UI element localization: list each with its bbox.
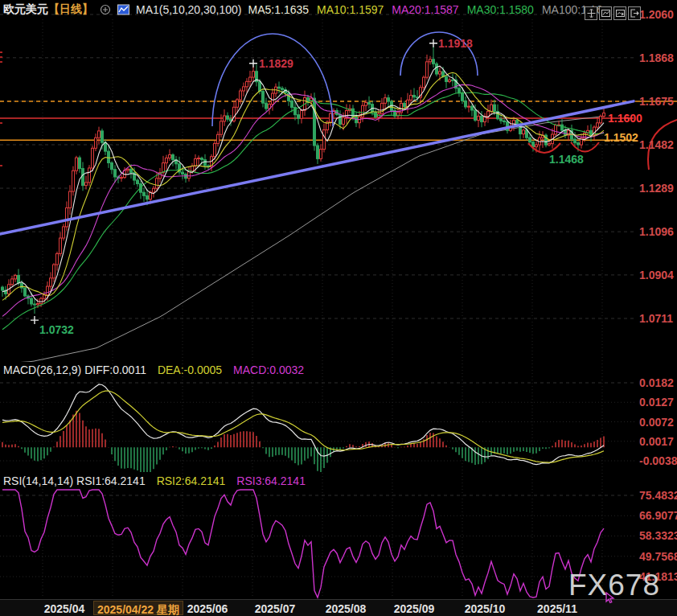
rsi-title-part: RSI(14,14,14) RSI1:64.2141	[3, 474, 146, 487]
rsi-line	[2, 490, 604, 598]
macd-title-part: MACD:0.0032	[233, 363, 304, 376]
time-label: 2025/07	[248, 602, 302, 615]
time-label: 2025/08	[319, 602, 372, 615]
rsi-axis-label: 58.3323	[639, 529, 677, 542]
annotation-label: 1.1468	[549, 153, 584, 166]
annotation-label: 1.1918	[438, 37, 473, 50]
rsi-axis-label: 66.9077	[639, 509, 677, 522]
ma-params-label: MA1(5,10,20,30,100)	[136, 3, 242, 16]
time-label: 2025/10	[458, 602, 511, 615]
rsi-title-part: RSI3:64.2141	[236, 474, 306, 487]
price-axis-label: 1.2060	[639, 8, 674, 21]
candlestick-series[interactable]	[2, 47, 605, 314]
chart-window-icon[interactable]	[599, 6, 612, 20]
macd-axis-label: 0.0182	[639, 376, 674, 389]
price-axis-label: 1.1096	[639, 225, 674, 238]
rsi-title-part: RSI2:64.2141	[157, 474, 226, 487]
macd-axis-label: 0.0127	[639, 396, 674, 409]
ma-value: MA30:1.1580	[467, 3, 534, 16]
trendline[interactable]	[0, 101, 634, 234]
ma-value: MA5:1.1635	[248, 3, 310, 16]
price-axis-label: 1.1289	[639, 182, 674, 195]
time-label: 2025/04	[38, 602, 91, 615]
time-label-selected: 2025/04/22 星期二	[93, 601, 183, 615]
mouse-cursor	[605, 592, 615, 607]
macd-axis-label: 0.0072	[639, 416, 674, 429]
time-label: 2025/09	[388, 602, 441, 615]
price-axis-label: 1.0904	[639, 269, 674, 281]
annotation-label: 1.1502	[604, 131, 638, 144]
rsi-axis-label: 75.4832	[639, 489, 677, 502]
price-axis-label: 1.1482	[639, 138, 674, 151]
settings-plus-icon[interactable]	[100, 4, 111, 15]
ma-values: MA5:1.1635MA10:1.1597MA20:1.1587MA30:1.1…	[248, 3, 603, 16]
ma-value: MA10:1.1597	[317, 3, 384, 16]
macd-series	[2, 384, 604, 472]
annotation-label: 1.0732	[39, 323, 74, 336]
price-axis-label: 1.0711	[639, 312, 673, 325]
candlestick-chart[interactable]: 1.18291.19181.07321.14681.15021.16001.20…	[0, 0, 677, 616]
symbol-name: 欧元美元	[3, 2, 48, 15]
macd-axis-label: -0.0038	[639, 454, 677, 467]
annotation-label: 1.1829	[259, 57, 293, 70]
left-edge-ticks	[0, 51, 2, 166]
exit-icon[interactable]	[628, 6, 641, 20]
time-label: 2025/06	[181, 602, 234, 615]
ma100-line	[0, 117, 603, 364]
price-axis-label: 1.1675	[639, 95, 674, 108]
chart-type-icon[interactable]	[117, 4, 129, 15]
crosshair-move-icon[interactable]	[585, 6, 597, 20]
chart-header: 欧元美元【日线】 MA1(5,10,20,30,100) MA5:1.1635M…	[3, 2, 602, 18]
trading-chart-app: 1.18291.19181.07321.14681.15021.16001.20…	[0, 0, 677, 616]
time-label: 2025/11	[531, 602, 584, 615]
annotation-label: 1.1600	[608, 112, 642, 125]
macd-title-part: MACD(26,12,9) DIFF:0.0011	[3, 363, 146, 376]
chart-toolbar	[585, 6, 641, 20]
period-label: 【日线】	[48, 2, 93, 15]
rsi-header: RSI(14,14,14) RSI1:64.2141RSI2:64.2141RS…	[3, 474, 306, 487]
extreme-plus-markers	[31, 39, 437, 324]
macd-axis-label: 0.0017	[639, 435, 674, 448]
rsi-axis-label: 49.7568	[639, 550, 677, 563]
macd-header: MACD(26,12,9) DIFF:0.0011DEA:-0.0005MACD…	[3, 363, 304, 376]
macd-title-part: DEA:-0.0005	[158, 363, 222, 376]
ma-value: MA20:1.1587	[392, 3, 458, 16]
price-axis-label: 1.1868	[639, 51, 674, 64]
chart-play-icon[interactable]	[613, 6, 626, 20]
